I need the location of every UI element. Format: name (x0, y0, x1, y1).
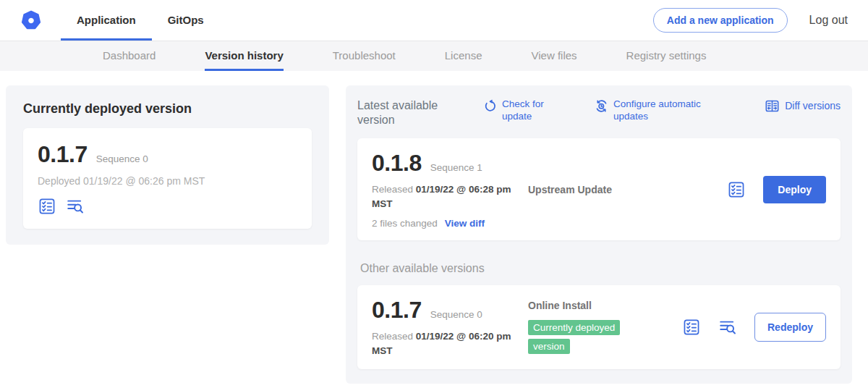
version-row-other: 0.1.7 Sequence 0 Released 01/19/22 @ 06:… (357, 285, 841, 369)
deployed-timestamp: Deployed 01/19/22 @ 06:26 pm MST (38, 175, 297, 187)
version-source-label: Online Install (528, 300, 682, 311)
schedule-update-icon (595, 99, 608, 113)
tab-application[interactable]: Application (61, 0, 152, 41)
version-number: 0.1.8 (372, 150, 422, 177)
released-timestamp: Released 01/19/22 @ 06:20 pm MST (372, 329, 515, 358)
released-timestamp: Released 01/19/22 @ 06:28 pm MST (372, 182, 515, 211)
view-diff-link[interactable]: View diff (445, 218, 485, 229)
subnav-tab-version-history[interactable]: Version history (205, 41, 283, 71)
redeploy-button[interactable]: Redeploy (754, 313, 826, 342)
currently-deployed-card: Currently deployed version 0.1.7 Sequenc… (6, 85, 329, 245)
subnav-tab-troubleshoot[interactable]: Troubleshoot (333, 41, 396, 71)
sequence-label: Sequence 0 (430, 309, 482, 320)
version-number: 0.1.7 (372, 297, 422, 324)
preflight-checks-icon[interactable] (38, 197, 56, 216)
configure-automatic-updates-button[interactable]: Configure automatic updates (595, 98, 713, 123)
check-for-update-button[interactable]: Check for update (483, 98, 560, 123)
sequence-label: Sequence 1 (430, 162, 482, 173)
deploy-logs-icon[interactable] (718, 318, 737, 337)
subnav-tab-view-files[interactable]: View files (531, 41, 576, 71)
latest-available-card: Latest available version Check for updat… (346, 85, 852, 384)
preflight-checks-icon[interactable] (727, 180, 746, 199)
other-versions-heading: Other available versions (360, 262, 841, 275)
check-for-update-label: Check for update (502, 98, 560, 123)
diff-versions-label: Diff versions (785, 100, 841, 113)
deployed-version-card: 0.1.7 Sequence 0 Deployed 01/19/22 @ 06:… (23, 128, 312, 229)
subnav-tab-license[interactable]: License (445, 41, 482, 71)
app-subnav: Dashboard Version history Troubleshoot L… (0, 41, 868, 71)
preflight-checks-icon[interactable] (682, 318, 701, 337)
sequence-label: Sequence 0 (96, 153, 148, 164)
tab-gitops[interactable]: GitOps (152, 0, 220, 41)
files-changed-label: 2 files changed (372, 218, 438, 229)
version-number: 0.1.7 (38, 141, 88, 168)
latest-available-title: Latest available version (357, 98, 453, 128)
diff-versions-button[interactable]: Diff versions (765, 98, 841, 114)
version-source-label: Upstream Update (528, 184, 727, 195)
deploy-button[interactable]: Deploy (763, 176, 826, 203)
released-label: Released (372, 331, 413, 342)
currently-deployed-badge: Currently deployed version (528, 320, 620, 354)
deploy-logs-icon[interactable] (66, 197, 85, 216)
released-label: Released (372, 184, 413, 195)
refresh-icon (483, 99, 497, 113)
main-content: Currently deployed version 0.1.7 Sequenc… (0, 71, 868, 388)
version-row-latest: 0.1.8 Sequence 1 Released 01/19/22 @ 06:… (357, 138, 841, 240)
subnav-tab-registry-settings[interactable]: Registry settings (626, 41, 707, 71)
currently-deployed-title: Currently deployed version (23, 101, 312, 117)
latest-available-header: Latest available version Check for updat… (357, 98, 841, 128)
configure-automatic-updates-label: Configure automatic updates (613, 98, 713, 123)
top-nav: Application GitOps Add a new application… (0, 0, 868, 41)
add-application-button[interactable]: Add a new application (653, 8, 788, 33)
subnav-tab-dashboard[interactable]: Dashboard (103, 41, 156, 71)
logout-button[interactable]: Log out (809, 14, 848, 27)
app-logo-icon (20, 9, 42, 31)
diff-icon (765, 98, 780, 114)
